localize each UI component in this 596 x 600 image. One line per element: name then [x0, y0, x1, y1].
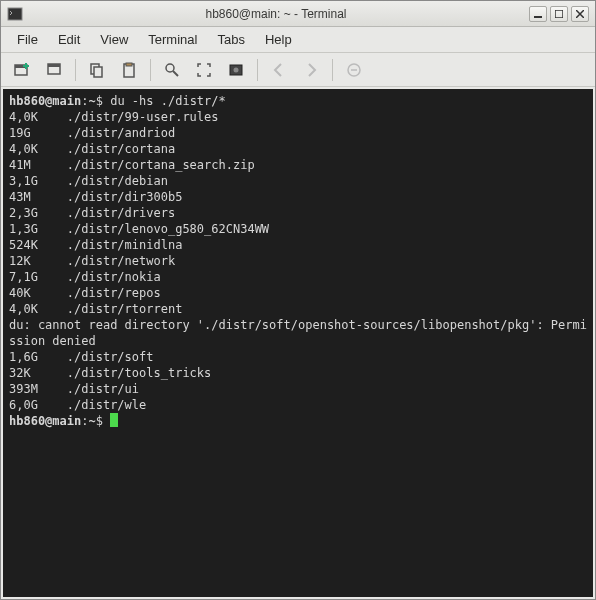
terminal-window: hb860@main: ~ - Terminal File Edit View …: [0, 0, 596, 600]
toolbar-separator: [75, 59, 76, 81]
toolbar-separator: [257, 59, 258, 81]
menu-view[interactable]: View: [90, 29, 138, 50]
window-controls: [529, 6, 589, 22]
preferences-button[interactable]: [221, 57, 251, 83]
paste-button[interactable]: [114, 57, 144, 83]
close-button[interactable]: [571, 6, 589, 22]
new-window-button[interactable]: [39, 57, 69, 83]
search-button[interactable]: [157, 57, 187, 83]
new-tab-button[interactable]: [7, 57, 37, 83]
toolbar: [1, 53, 595, 87]
window-title: hb860@main: ~ - Terminal: [29, 7, 523, 21]
menu-file[interactable]: File: [7, 29, 48, 50]
toolbar-separator: [332, 59, 333, 81]
menu-help[interactable]: Help: [255, 29, 302, 50]
copy-button[interactable]: [82, 57, 112, 83]
close-tab-button[interactable]: [339, 57, 369, 83]
menubar: File Edit View Terminal Tabs Help: [1, 27, 595, 53]
menu-tabs[interactable]: Tabs: [207, 29, 254, 50]
prev-tab-button[interactable]: [264, 57, 294, 83]
terminal-container: hb860@main:~$ du -hs ./distr/* 4,0K ./di…: [1, 87, 595, 599]
svg-point-13: [234, 67, 239, 72]
svg-rect-2: [555, 10, 563, 18]
maximize-button[interactable]: [550, 6, 568, 22]
app-icon: [7, 6, 23, 22]
menu-terminal[interactable]: Terminal: [138, 29, 207, 50]
fullscreen-button[interactable]: [189, 57, 219, 83]
menu-edit[interactable]: Edit: [48, 29, 90, 50]
svg-rect-10: [126, 63, 132, 66]
next-tab-button[interactable]: [296, 57, 326, 83]
svg-rect-6: [48, 64, 60, 67]
toolbar-separator: [150, 59, 151, 81]
terminal-output[interactable]: hb860@main:~$ du -hs ./distr/* 4,0K ./di…: [3, 89, 593, 597]
titlebar: hb860@main: ~ - Terminal: [1, 1, 595, 27]
svg-rect-1: [534, 16, 542, 18]
svg-rect-8: [94, 67, 102, 77]
svg-rect-0: [8, 8, 22, 20]
minimize-button[interactable]: [529, 6, 547, 22]
svg-point-11: [166, 64, 174, 72]
